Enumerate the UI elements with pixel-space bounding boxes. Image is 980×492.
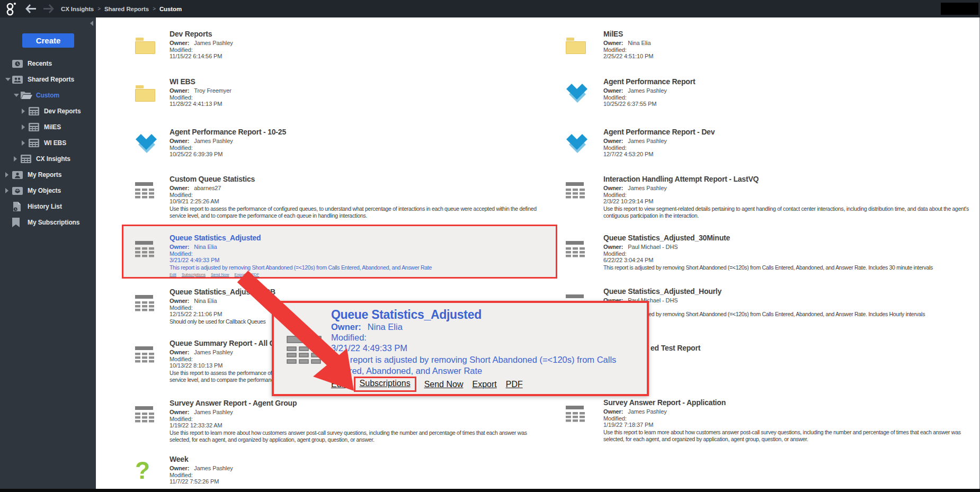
- back-arrow-icon[interactable]: [25, 4, 37, 15]
- report-item-survey-answer-report-agent-group[interactable]: Survey Answer Report - Agent GroupOwner:…: [135, 399, 564, 443]
- report-item-week[interactable]: ?WeekOwner:James PashleyModified:11/7/22…: [135, 455, 564, 485]
- report-item-agent-performance-report[interactable]: Agent Performance ReportOwner:James Pash…: [566, 77, 979, 108]
- sidebar-item-my-reports[interactable]: My Reports: [0, 167, 96, 183]
- report-title[interactable]: Survey Answer Report - Application: [603, 398, 979, 407]
- sidebar-item-shared-reports[interactable]: Shared Reports: [0, 71, 96, 87]
- sidebar-item-miles[interactable]: MilES: [0, 119, 96, 135]
- report-title[interactable]: Custom Queue Statistics: [170, 175, 564, 184]
- chevron-right-icon[interactable]: [22, 109, 25, 114]
- report-item-survey-answer-report-application[interactable]: Survey Answer Report - ApplicationOwner:…: [566, 398, 979, 442]
- report-item-agent-performance-report-dev[interactable]: Agent Performance Report - DevOwner:Jame…: [566, 128, 979, 158]
- sidebar-item-wi-ebs[interactable]: WI EBS: [0, 135, 96, 151]
- callout-link-export[interactable]: Export: [472, 380, 496, 389]
- callout-link-send-now[interactable]: Send Now: [424, 380, 464, 389]
- report-description-line: selected, for each agent, and organized …: [170, 436, 564, 443]
- owner-value: Nina Elia: [628, 40, 651, 46]
- report-title[interactable]: Queue Statistics_Adjusted_30Minute: [603, 234, 979, 243]
- report-title[interactable]: Queue Statistics_Adjusted_Hourly: [603, 287, 979, 296]
- callout-link-edit[interactable]: Edit: [331, 380, 346, 389]
- chevron-right-icon[interactable]: [14, 156, 17, 162]
- report-title[interactable]: MilES: [603, 30, 979, 39]
- report-title[interactable]: WI EBS: [170, 77, 564, 86]
- mini-link-send-now[interactable]: Send Now: [211, 272, 229, 277]
- owner-value: James Pashley: [194, 138, 233, 144]
- report-title[interactable]: Interaction Handling Attempt Report - La…: [603, 175, 979, 184]
- sidebar-item-cx-insights[interactable]: CX Insights: [0, 151, 96, 167]
- report-item-interaction-handling-attempt-report-lastvq[interactable]: Interaction Handling Attempt Report - La…: [566, 175, 979, 219]
- create-button[interactable]: Create: [22, 33, 74, 48]
- modified-value: 11/15/22 6:14:56 PM: [170, 53, 564, 60]
- report-folder-icon: [29, 123, 41, 131]
- mini-link-pdf[interactable]: PDF: [251, 272, 259, 277]
- history-icon: [12, 202, 25, 212]
- owner-label: Owner:: [603, 244, 623, 250]
- chevron-right-icon[interactable]: [5, 188, 8, 193]
- callout-report-description: This report is adjusted by removing Shor…: [331, 354, 647, 377]
- owner-value: James Pashley: [194, 349, 233, 355]
- report-title[interactable]: Queue Statistics_Adjusted: [170, 234, 564, 243]
- modified-label: Modified:: [331, 332, 647, 343]
- modified-value: 11/28/22 4:41:13 PM: [170, 101, 564, 108]
- modified-label: Modified:: [170, 192, 564, 199]
- sidebar-item-dev-reports[interactable]: Dev Reports: [0, 103, 96, 119]
- owner-label: Owner:: [331, 322, 361, 332]
- report-item-queue-statistics-adjusted-30minute[interactable]: Queue Statistics_Adjusted_30MinuteOwner:…: [566, 234, 979, 271]
- modified-value: 3/21/22 4:49:33 PM: [170, 257, 564, 264]
- sidebar-item-history-list[interactable]: History List: [0, 199, 96, 214]
- callout-report-title[interactable]: Queue Statistics_Adjusted: [331, 308, 647, 321]
- report-title[interactable]: Dev Reports: [170, 30, 564, 39]
- report-title[interactable]: Week: [170, 455, 564, 464]
- report-item-miles-folder[interactable]: MilESOwner:Nina EliaModified:2/25/22 4:5…: [566, 30, 979, 60]
- modified-value: 10/25/22 6:39:39 PM: [170, 151, 564, 158]
- owner-value: James Pashley: [628, 408, 666, 415]
- report-title[interactable]: Survey Answer Report - Agent Group: [170, 399, 564, 408]
- modified-label: Modified:: [603, 192, 979, 199]
- sidebar-item-my-subscriptions[interactable]: My Subscriptions: [0, 214, 96, 230]
- report-item-custom-queue-statistics[interactable]: Custom Queue StatisticsOwner:abarnes27Mo…: [135, 175, 564, 219]
- report-action-links: EditSubscriptionsSend NowExportPDF: [331, 379, 647, 390]
- modified-value: 1/19/22 12:33:32 AM: [170, 422, 564, 429]
- report-title[interactable]: ed Test Report: [651, 344, 979, 353]
- modified-label: Modified:: [603, 415, 979, 422]
- report-item-agent-performance-report-10-25[interactable]: Agent Performance Report - 10-25Owner:Ja…: [135, 128, 564, 158]
- report-grid-icon: [566, 406, 586, 424]
- owner-label: Owner:: [603, 40, 623, 46]
- report-title[interactable]: Agent Performance Report: [603, 77, 979, 86]
- report-grid-icon: [135, 182, 155, 201]
- report-item-wi-ebs-folder[interactable]: WI EBSOwner:Troy FreemyerModified:11/28/…: [135, 77, 564, 108]
- report-item-dev-reports-folder[interactable]: Dev ReportsOwner:James PashleyModified:1…: [135, 30, 564, 60]
- sidebar-collapse-icon[interactable]: [90, 21, 93, 26]
- folder-open-icon: [21, 91, 33, 100]
- report-grid-icon-large: [287, 336, 325, 368]
- sidebar-item-my-objects[interactable]: My Objects: [0, 183, 96, 199]
- sidebar-item-label: Dev Reports: [44, 108, 81, 115]
- mini-link-export[interactable]: Export: [235, 272, 246, 277]
- chevron-down-icon[interactable]: [14, 94, 19, 97]
- mini-link-edit[interactable]: Edit: [170, 272, 176, 277]
- report-title[interactable]: Agent Performance Report - 10-25: [170, 128, 564, 137]
- breadcrumb-item[interactable]: Custom: [159, 6, 182, 12]
- callout-link-subscriptions[interactable]: Subscriptions: [354, 377, 416, 392]
- owner-row: Owner:James Pashley: [603, 185, 979, 192]
- chevron-right-icon[interactable]: [22, 124, 25, 130]
- report-title[interactable]: Queue Statistics_Adjusted_CB: [170, 288, 564, 297]
- owner-label: Owner:: [170, 349, 189, 355]
- chevron-down-icon[interactable]: [5, 78, 11, 81]
- breadcrumb-item[interactable]: Shared Reports: [104, 6, 149, 12]
- report-description-line: contiguous participation in the interact…: [603, 212, 979, 219]
- report-item-queue-statistics-adjusted[interactable]: Queue Statistics_AdjustedOwner:Nina Elia…: [135, 234, 564, 277]
- sidebar-item-custom[interactable]: Custom: [0, 87, 96, 103]
- report-title[interactable]: Agent Performance Report - Dev: [603, 128, 979, 137]
- sidebar-item-recents[interactable]: Recents: [0, 56, 96, 71]
- modified-label: Modified:: [603, 145, 979, 151]
- breadcrumb: CX Insights>Shared Reports>Custom: [61, 0, 182, 17]
- redacted-user-box: [941, 3, 978, 15]
- chevron-right-icon[interactable]: [22, 140, 25, 146]
- breadcrumb-item[interactable]: CX Insights: [61, 6, 94, 12]
- mini-link-subscriptions[interactable]: Subscriptions: [182, 272, 206, 277]
- folder-icon: [135, 85, 156, 104]
- report-detail-callout: Queue Statistics_Adjusted Owner:Nina Eli…: [272, 301, 649, 396]
- chevron-right-icon[interactable]: [5, 172, 8, 177]
- callout-link-pdf[interactable]: PDF: [506, 380, 523, 389]
- owner-label: Owner:: [170, 465, 189, 471]
